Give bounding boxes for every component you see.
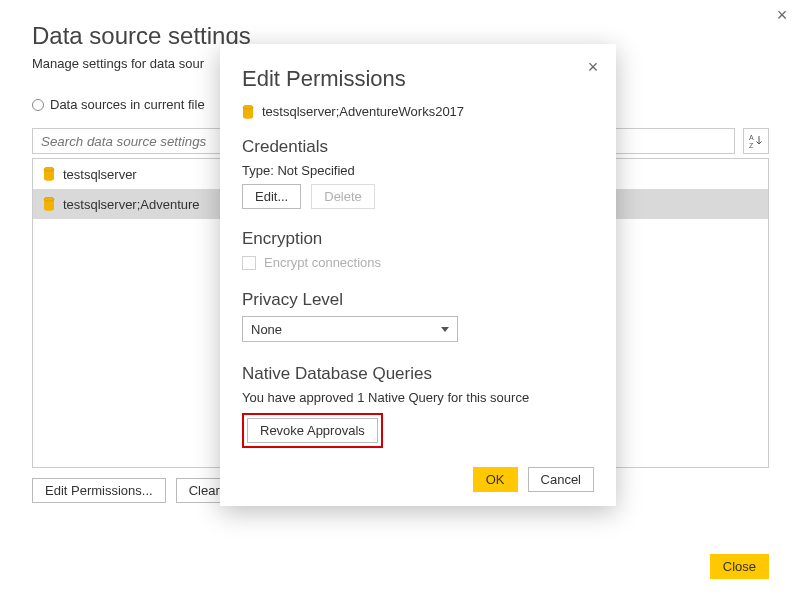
edit-permissions-dialog: × Edit Permissions testsqlserver;Adventu… <box>220 44 616 506</box>
chevron-down-icon <box>441 327 449 332</box>
sort-button[interactable]: A Z <box>743 128 769 154</box>
revoke-approvals-button[interactable]: Revoke Approvals <box>247 418 378 443</box>
database-icon <box>43 167 55 181</box>
encrypt-connections-checkbox: Encrypt connections <box>242 255 594 270</box>
dialog-title: Edit Permissions <box>242 66 594 92</box>
dialog-data-source: testsqlserver;AdventureWorks2017 <box>242 104 594 119</box>
checkbox-icon <box>242 256 256 270</box>
revoke-approvals-highlight: Revoke Approvals <box>242 413 383 448</box>
native-queries-text: You have approved 1 Native Query for thi… <box>242 390 594 405</box>
database-icon <box>43 197 55 211</box>
privacy-level-heading: Privacy Level <box>242 290 594 310</box>
cancel-button[interactable]: Cancel <box>528 467 594 492</box>
close-icon[interactable]: × <box>584 58 602 76</box>
encryption-heading: Encryption <box>242 229 594 249</box>
list-item-label: testsqlserver;Adventure <box>63 197 200 212</box>
edit-permissions-button[interactable]: Edit Permissions... <box>32 478 166 503</box>
native-queries-heading: Native Database Queries <box>242 364 594 384</box>
ok-button[interactable]: OK <box>473 467 518 492</box>
privacy-level-value: None <box>251 322 282 337</box>
dialog-data-source-name: testsqlserver;AdventureWorks2017 <box>262 104 464 119</box>
svg-text:Z: Z <box>749 142 754 149</box>
delete-credentials-button: Delete <box>311 184 375 209</box>
privacy-level-select[interactable]: None <box>242 316 458 342</box>
close-icon[interactable]: × <box>773 6 791 24</box>
list-item-label: testsqlserver <box>63 167 137 182</box>
radio-icon <box>32 99 44 111</box>
database-icon <box>242 105 254 119</box>
radio-label: Data sources in current file <box>50 97 205 112</box>
credentials-type: Type: Not Specified <box>242 163 594 178</box>
edit-credentials-button[interactable]: Edit... <box>242 184 301 209</box>
checkbox-label: Encrypt connections <box>264 255 381 270</box>
svg-text:A: A <box>749 134 754 141</box>
credentials-heading: Credentials <box>242 137 594 157</box>
close-button[interactable]: Close <box>710 554 769 579</box>
sort-az-icon: A Z <box>748 133 764 149</box>
